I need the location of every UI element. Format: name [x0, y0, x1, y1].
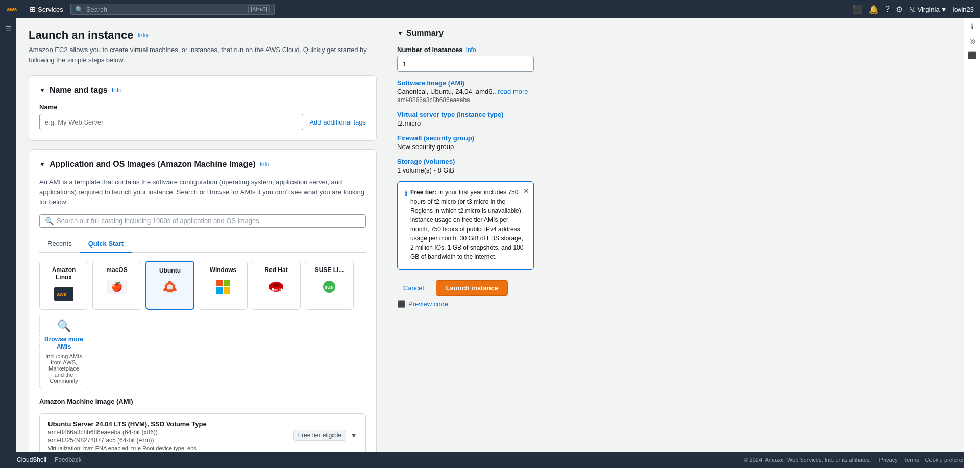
nav-right: ⬛ 🔔 ? ⚙ N. Virginia ▼ kwin23 — [852, 5, 974, 14]
ami-tile-amazon-linux-logo: aws — [54, 284, 74, 304]
free-tier-text: Free tier: In your first year includes 7… — [410, 188, 526, 261]
feedback-link[interactable]: Feedback — [55, 456, 82, 463]
ami-section-arrow: ▼ — [39, 161, 45, 168]
ami-tile-macos-label: macOS — [106, 266, 127, 274]
browse-tile-sublabel: Including AMIs from AWS, Marketplace and… — [44, 353, 84, 384]
aws-logo[interactable]: aws — [6, 4, 22, 14]
region-chevron: ▼ — [941, 6, 947, 13]
page-info-link[interactable]: Info — [137, 32, 148, 39]
ami-tile-suse[interactable]: SUSE Li... SUS — [305, 261, 354, 310]
support-icon[interactable]: ? — [885, 5, 890, 14]
ami-tile-redhat-logo: Red Hat — [266, 277, 286, 297]
summary-panel: ▼ Summary Number of instances Info 1 Sof… — [389, 18, 542, 468]
selected-ami-id-arm: ami-0325498274077fac5 (64-bit (Arm)) — [48, 437, 293, 444]
ami-summary-field: Software Image (AMI) Canonical, Ubuntu, … — [397, 79, 534, 104]
name-tags-header: ▼ Name and tags Info — [39, 86, 366, 95]
services-button[interactable]: ⊞ Services — [27, 4, 66, 14]
ami-tile-redhat-label: Red Hat — [264, 266, 287, 274]
firewall-link[interactable]: Firewall (security group) — [397, 134, 534, 142]
free-tier-close-button[interactable]: ✕ — [523, 186, 529, 196]
privacy-link[interactable]: Privacy — [879, 457, 898, 463]
page-description: Amazon EC2 allows you to create virtual … — [29, 45, 377, 65]
free-tier-badge: Free tier eligible — [293, 430, 346, 441]
name-field-label: Name — [39, 103, 366, 111]
selected-ami-meta: Virtualization: hvm ENA enabled: true Ro… — [48, 445, 293, 451]
right-sidebar: ℹ ◎ ⬛ — [964, 18, 980, 468]
ami-tiles: AmazonLinux aws macOS 🍎 Ubuntu — [39, 261, 366, 389]
content-area: Launch an instance Info Amazon EC2 allow… — [16, 18, 389, 468]
ami-tile-amazon-linux-label: AmazonLinux — [52, 266, 76, 281]
free-tier-box: ✕ ℹ Free tier: In your first year includ… — [397, 181, 534, 270]
cloudshell-icon[interactable]: ⬛ — [852, 5, 863, 14]
terminal-icon[interactable]: ⬛ — [968, 51, 976, 59]
location-icon[interactable]: ◎ — [969, 37, 975, 45]
ami-tile-ubuntu-logo: ubuntu — [160, 277, 180, 298]
preview-code-icon: ⬛ — [397, 300, 405, 308]
instances-input[interactable]: 1 — [397, 56, 534, 72]
region-label: N. Virginia — [909, 6, 940, 13]
instances-info-link[interactable]: Info — [466, 46, 476, 54]
instance-name-input[interactable] — [39, 114, 303, 130]
ami-selection-row: Ubuntu Server 24.04 LTS (HVM), SSD Volum… — [39, 413, 366, 458]
svg-text:aws: aws — [7, 7, 17, 12]
svg-text:Red Hat: Red Hat — [272, 288, 285, 291]
ami-tile-windows[interactable]: Windows — [199, 261, 248, 310]
svg-rect-8 — [216, 280, 223, 286]
ami-search-input[interactable] — [57, 217, 360, 225]
ami-tile-macos-logo: 🍎 — [107, 277, 127, 297]
name-row: Add additional tags — [39, 114, 366, 130]
cancel-button[interactable]: Cancel — [397, 281, 430, 295]
browse-more-amis-tile[interactable]: 🔍 Browse more AMIs Including AMIs from A… — [39, 314, 88, 389]
ami-tile-windows-label: Windows — [210, 266, 237, 274]
ami-field-label: Amazon Machine Image (AMI) — [39, 398, 366, 405]
ami-tile-suse-logo: SUS — [319, 277, 339, 297]
preview-code-button[interactable]: ⬛ Preview code — [397, 300, 448, 308]
instances-label: Number of instances — [397, 46, 463, 54]
name-info-link[interactable]: Info — [112, 87, 122, 94]
info-panel-icon[interactable]: ℹ — [971, 22, 973, 31]
global-search-bar[interactable]: 🔍 [Alt+S] — [70, 4, 275, 15]
free-tier-bold: Free tier: — [410, 189, 436, 196]
services-label: Services — [38, 6, 63, 13]
user-menu[interactable]: kwin23 — [953, 6, 974, 13]
summary-arrow: ▼ — [397, 30, 403, 37]
add-tags-link[interactable]: Add additional tags — [309, 118, 366, 126]
ami-tile-macos[interactable]: macOS 🍎 — [92, 261, 141, 310]
summary-title-row: ▼ Summary — [397, 29, 534, 38]
ami-tile-redhat[interactable]: Red Hat Red Hat — [252, 261, 301, 310]
launch-instance-button[interactable]: Launch instance — [436, 280, 508, 296]
menu-icon[interactable]: ☰ — [3, 22, 14, 35]
settings-icon[interactable]: ⚙ — [896, 5, 903, 14]
free-tier-info-icon: ℹ — [405, 188, 407, 199]
terms-link[interactable]: Terms — [904, 457, 919, 463]
svg-text:aws: aws — [57, 291, 67, 297]
ami-tile-windows-logo — [213, 277, 233, 297]
ami-info-link[interactable]: Info — [260, 161, 270, 168]
top-navigation: aws ⊞ Services 🔍 [Alt+S] ⬛ 🔔 ? ⚙ N. Virg… — [0, 0, 980, 18]
grid-icon: ⊞ — [30, 5, 36, 13]
ami-search-bar[interactable]: 🔍 — [39, 214, 366, 228]
left-sidebar: ☰ — [0, 18, 16, 468]
ami-tile-amazon-linux[interactable]: AmazonLinux aws — [39, 261, 88, 310]
tab-quickstart[interactable]: Quick Start — [80, 236, 132, 253]
search-icon: 🔍 — [75, 6, 83, 13]
instance-type-link[interactable]: Virtual server type (instance type) — [397, 111, 534, 118]
tab-recents[interactable]: Recents — [39, 236, 80, 253]
ami-summary-value: Canonical, Ubuntu, 24.04, amd6...read mo… — [397, 88, 534, 95]
storage-link[interactable]: Storage (volumes) — [397, 158, 534, 165]
ami-read-more-link[interactable]: read more — [498, 88, 528, 95]
name-section-title: Name and tags — [50, 86, 108, 95]
region-selector[interactable]: N. Virginia ▼ — [909, 6, 947, 13]
ami-section-title: Application and OS Images (Amazon Machin… — [50, 160, 256, 169]
ami-tile-ubuntu[interactable]: Ubuntu ubuntu — [145, 261, 194, 310]
search-input[interactable] — [86, 6, 245, 13]
selected-ami-name: Ubuntu Server 24.04 LTS (HVM), SSD Volum… — [48, 420, 293, 428]
bottom-links: Privacy Terms Cookie preferences — [879, 457, 974, 463]
ami-chevron-icon[interactable]: ▼ — [350, 431, 357, 439]
ami-description: An AMI is a template that contains the s… — [39, 177, 366, 207]
svg-text:SUS: SUS — [325, 285, 333, 290]
action-buttons: Cancel Launch instance — [397, 280, 534, 296]
ami-summary-link[interactable]: Software Image (AMI) — [397, 79, 534, 87]
notifications-icon[interactable]: 🔔 — [869, 5, 879, 14]
firewall-value: New security group — [397, 143, 534, 151]
